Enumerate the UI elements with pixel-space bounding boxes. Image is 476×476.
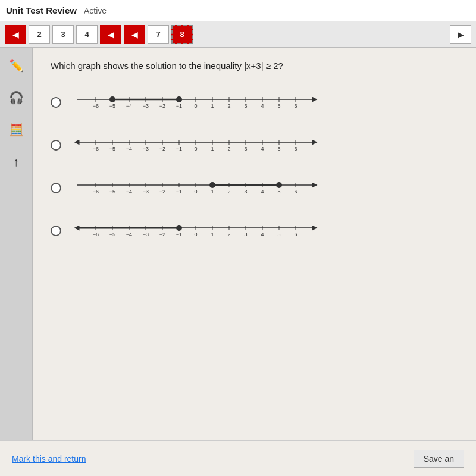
svg-text:6: 6: [294, 103, 297, 109]
svg-text:2: 2: [227, 231, 230, 237]
top-bar: Unit Test Review Active: [0, 0, 476, 21]
svg-text:−6: −6: [93, 146, 99, 152]
svg-text:3: 3: [244, 146, 247, 152]
arrow-up-icon[interactable]: ↑: [5, 151, 27, 173]
svg-text:−4: −4: [126, 231, 132, 237]
back-arrow-btn[interactable]: ◀: [5, 25, 26, 44]
number-line-b: −6 −5 −4 −3 −2 −1 0: [71, 130, 321, 160]
number-line-svg-a: −6 −5 −4 −3 −2 −1 0: [71, 87, 321, 117]
btn-4[interactable]: 4: [76, 25, 98, 44]
svg-text:1: 1: [211, 103, 214, 109]
svg-text:0: 0: [194, 103, 197, 109]
svg-text:6: 6: [294, 146, 297, 152]
mark-return-link[interactable]: Mark this and return: [12, 454, 86, 464]
page-title: Unit Test Review: [6, 5, 77, 15]
svg-text:4: 4: [261, 189, 264, 195]
svg-text:1: 1: [211, 189, 214, 195]
svg-text:5: 5: [277, 146, 280, 152]
number-line-a: −6 −5 −4 −3 −2 −1 0: [71, 87, 321, 117]
svg-text:5: 5: [277, 103, 280, 109]
svg-text:−2: −2: [159, 231, 165, 237]
svg-text:3: 3: [244, 231, 247, 237]
svg-text:2: 2: [227, 103, 230, 109]
btn-2[interactable]: 2: [29, 25, 50, 44]
number-line-d: −6 −5 −4 −3 −2 −1 0: [71, 216, 321, 246]
svg-point-28: [109, 96, 115, 102]
svg-text:−1: −1: [176, 189, 182, 195]
svg-text:−4: −4: [126, 146, 132, 152]
svg-text:−6: −6: [93, 231, 99, 237]
main-layout: ✏️ 🎧 🧮 ↑ Which graph shows the solution …: [0, 48, 476, 440]
svg-text:−2: −2: [159, 189, 165, 195]
svg-text:−5: −5: [109, 103, 115, 109]
svg-text:−4: −4: [126, 103, 132, 109]
svg-text:−4: −4: [126, 189, 132, 195]
svg-text:−5: −5: [109, 189, 115, 195]
svg-point-86: [276, 182, 282, 188]
svg-point-85: [209, 182, 215, 188]
svg-text:−6: −6: [93, 103, 99, 109]
btn-8[interactable]: 8: [171, 25, 193, 44]
svg-text:4: 4: [261, 231, 264, 237]
svg-text:−6: −6: [93, 189, 99, 195]
svg-text:−5: −5: [109, 231, 115, 237]
radio-a[interactable]: [51, 97, 61, 108]
svg-text:6: 6: [294, 189, 297, 195]
svg-text:2: 2: [227, 146, 230, 152]
svg-text:−2: −2: [159, 146, 165, 152]
btn-3[interactable]: 3: [52, 25, 74, 44]
status-badge: Active: [84, 6, 107, 15]
svg-text:0: 0: [194, 189, 197, 195]
svg-text:−3: −3: [143, 189, 149, 195]
radio-d[interactable]: [51, 226, 61, 236]
svg-text:2: 2: [227, 189, 230, 195]
number-line-svg-d: −6 −5 −4 −3 −2 −1 0: [71, 216, 321, 246]
svg-text:3: 3: [244, 103, 247, 109]
toolbar: ◀ 2 3 4 ◀ ◀ 7 8 ▶: [0, 21, 476, 48]
svg-text:−1: −1: [176, 103, 182, 109]
save-button[interactable]: Save an: [414, 450, 464, 468]
svg-text:0: 0: [194, 231, 197, 237]
number-line-svg-c: −6 −5 −4 −3 −2 −1 0: [71, 173, 321, 203]
svg-text:−2: −2: [159, 103, 165, 109]
svg-text:−1: −1: [176, 146, 182, 152]
svg-text:5: 5: [277, 189, 280, 195]
bottom-bar: Mark this and return Save an: [0, 440, 476, 476]
svg-text:0: 0: [194, 146, 197, 152]
sidebar: ✏️ 🎧 🧮 ↑: [0, 48, 33, 440]
svg-text:−3: −3: [143, 231, 149, 237]
svg-text:−3: −3: [143, 103, 149, 109]
back-arrow-btn-3[interactable]: ◀: [124, 25, 145, 44]
svg-text:4: 4: [261, 103, 264, 109]
option-row-a: −6 −5 −4 −3 −2 −1 0: [51, 87, 458, 117]
svg-text:−3: −3: [143, 146, 149, 152]
option-row-d: −6 −5 −4 −3 −2 −1 0: [51, 216, 458, 246]
svg-text:4: 4: [261, 146, 264, 152]
radio-c[interactable]: [51, 183, 61, 193]
btn-7[interactable]: 7: [148, 25, 169, 44]
number-line-svg-b: −6 −5 −4 −3 −2 −1 0: [71, 130, 321, 160]
option-row-b: −6 −5 −4 −3 −2 −1 0: [51, 130, 458, 160]
svg-text:1: 1: [211, 231, 214, 237]
question-text: Which graph shows the solution to the in…: [51, 60, 458, 73]
svg-point-115: [176, 225, 182, 231]
option-row-c: −6 −5 −4 −3 −2 −1 0: [51, 173, 458, 203]
radio-b[interactable]: [51, 140, 61, 151]
calculator-icon[interactable]: 🧮: [5, 119, 27, 140]
back-arrow-btn-2[interactable]: ◀: [100, 25, 121, 44]
svg-text:3: 3: [244, 189, 247, 195]
svg-text:1: 1: [211, 146, 214, 152]
svg-text:5: 5: [277, 231, 280, 237]
svg-text:−1: −1: [176, 231, 182, 237]
pencil-icon[interactable]: ✏️: [5, 55, 27, 76]
next-btn[interactable]: ▶: [450, 25, 471, 44]
headphones-icon[interactable]: 🎧: [5, 87, 27, 108]
content-area: Which graph shows the solution to the in…: [33, 48, 476, 440]
svg-point-29: [176, 96, 182, 102]
svg-text:−5: −5: [109, 146, 115, 152]
svg-text:6: 6: [294, 231, 297, 237]
number-line-c: −6 −5 −4 −3 −2 −1 0: [71, 173, 321, 203]
options-list: −6 −5 −4 −3 −2 −1 0: [51, 87, 458, 246]
